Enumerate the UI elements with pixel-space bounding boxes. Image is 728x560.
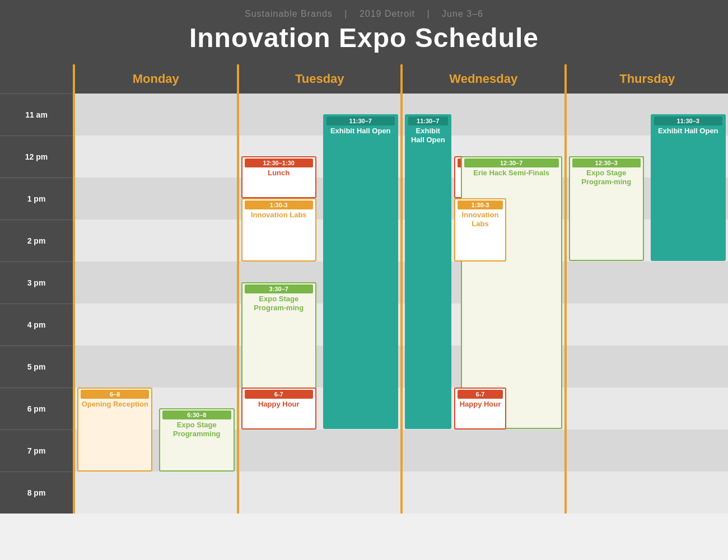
event-title-thu-expo: Expo Stage Program-ming [572,169,641,186]
days-header-row: Monday Tuesday Wednesday Thursday [0,64,728,94]
day-header-tuesday: Tuesday [237,64,401,94]
time-11am: 11 am [0,94,73,136]
event-wed-innov: 1:30-3 Innovation Labs [454,198,506,262]
day-header-wednesday: Wednesday [400,64,564,94]
event-wed-happy: 6-7 Happy Hour [454,388,506,430]
time-2pm: 2 pm [0,220,73,262]
time-5pm: 5 pm [0,346,73,388]
city-name: 2019 Detroit [360,9,415,18]
wednesday-col: 11:30–7 Exhibit Hall Open 12:30–1:30 Lun… [400,94,564,514]
sep2: | [427,9,433,18]
brand-name: Sustainable Brands [245,9,333,18]
event-tue-happy: 6-7 Happy Hour [241,388,316,430]
day-header-thursday: Thursday [564,64,729,94]
event-title-mon-opening: Opening Reception [82,400,148,409]
event-time-tue-expo-stage: 3:30–7 [245,284,313,293]
time-3pm: 3 pm [0,262,73,304]
sep1: | [344,9,351,18]
header-subtitle: Sustainable Brands | 2019 Detroit | June… [0,9,728,19]
event-time-wed-happy: 6-7 [458,390,502,399]
event-title-tue-exhibit: Exhibit Hall Open [330,127,391,136]
event-time-tue-exhibit: 11:30–7 [326,116,395,125]
event-wed-exhibit: 11:30–7 Exhibit Hall Open [405,114,451,429]
day-header-monday: Monday [73,64,237,94]
event-title-tue-innov: Innovation Labs [251,211,307,220]
event-time-wed-exhibit: 11:30–7 [408,116,448,125]
event-title-wed-erie: Erie Hack Semi-Finals [473,169,549,178]
time-1pm: 1 pm [0,178,73,220]
time-col-spacer [0,64,73,94]
time-4pm: 4 pm [0,304,73,346]
event-time-mon-opening: 6–8 [81,390,149,399]
event-title-tue-expo-stage: Expo Stage Program-ming [245,295,313,312]
event-time-tue-innov: 1:30-3 [245,200,313,209]
event-title-wed-innov: Innovation Labs [458,211,502,228]
time-12pm: 12 pm [0,136,73,178]
time-7pm: 7 pm [0,430,73,472]
event-mon-expo: 6:30–8 Expo Stage Programming [159,408,234,472]
event-tue-lunch: 12:30–1:30 Lunch [241,156,316,198]
event-title-mon-expo: Expo Stage Programming [162,421,231,438]
event-thu-exhibit: 11:30–3 Exhibit Hall Open [651,114,726,261]
event-time-wed-erie: 12:30–7 [464,158,559,167]
event-mon-opening: 6–8 Opening Reception [77,388,152,472]
time-labels-col: 11 am 12 pm 1 pm 2 pm 3 pm 4 pm 5 pm 6 p… [0,94,73,514]
event-title-tue-lunch: Lunch [268,169,290,178]
event-time-tue-lunch: 12:30–1:30 [245,158,313,167]
event-time-thu-exhibit: 11:30–3 [654,116,722,125]
page-title: Innovation Expo Schedule [0,22,728,53]
time-6pm: 6 pm [0,388,73,430]
event-time-tue-happy: 6-7 [245,390,313,399]
event-thu-expo: 12:30–3 Expo Stage Program-ming [569,156,644,261]
event-dates: June 3–6 [442,9,483,18]
schedule-grid: Monday Tuesday Wednesday Thursday 11 am … [0,64,728,514]
event-tue-innov: 1:30-3 Innovation Labs [241,198,316,262]
grid-body: 11 am 12 pm 1 pm 2 pm 3 pm 4 pm 5 pm 6 p… [0,94,728,514]
event-tue-exhibit: 11:30–7 Exhibit Hall Open [323,114,398,429]
event-time-thu-expo: 12:30–3 [572,158,641,167]
event-title-tue-happy: Happy Hour [258,400,300,409]
thursday-col: 11:30–3 Exhibit Hall Open 12:30–1:30 Lun… [564,94,729,514]
time-8pm: 8 pm [0,472,73,514]
day-columns: 6–8 Opening Reception 6:30–8 Expo Stage … [73,94,728,514]
tuesday-col: 11:30–7 Exhibit Hall Open 12:30–1:30 Lun… [237,94,401,514]
page-header: Sustainable Brands | 2019 Detroit | June… [0,0,728,64]
event-time-mon-expo: 6:30–8 [162,410,231,419]
event-title-thu-exhibit: Exhibit Hall Open [658,127,718,136]
event-title-wed-happy: Happy Hour [460,400,501,409]
event-title-wed-exhibit: Exhibit Hall Open [408,127,448,144]
monday-col: 6–8 Opening Reception 6:30–8 Expo Stage … [73,94,237,514]
event-time-wed-innov: 1:30-3 [458,200,502,209]
